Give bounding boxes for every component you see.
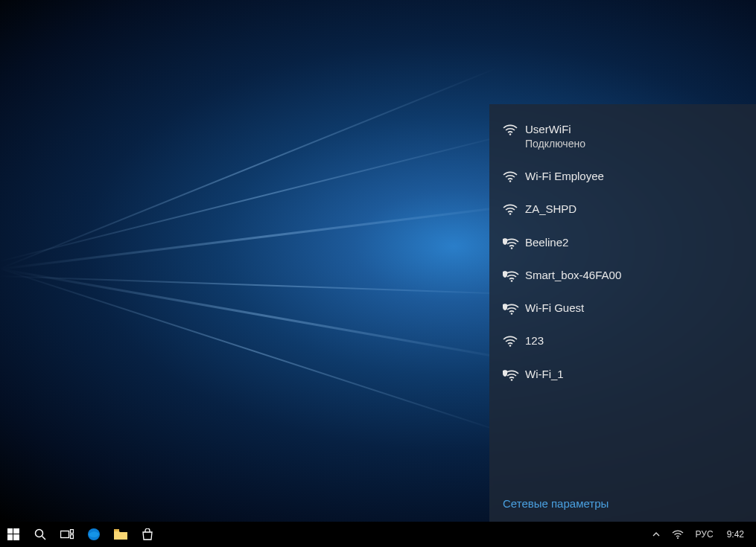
wifi-network-item[interactable]: Wi-Fi Employee	[489, 160, 756, 193]
network-settings-link[interactable]: Сетевые параметры	[489, 487, 756, 522]
svg-rect-18	[114, 529, 119, 531]
wifi-network-item[interactable]: ZA_SHPD	[489, 193, 756, 225]
svg-point-0	[509, 133, 512, 135]
wifi-network-name: 123	[525, 333, 743, 348]
wifi-network-name: UserWiFi	[525, 122, 743, 137]
svg-point-3	[511, 247, 513, 249]
wifi-network-item[interactable]: Wi-Fi Guest	[489, 292, 756, 324]
svg-point-1	[509, 180, 512, 182]
wifi-signal-icon	[503, 124, 525, 135]
wifi-signal-icon	[503, 203, 525, 215]
taskbar: РУС 9:42	[0, 522, 756, 547]
svg-point-6	[509, 345, 512, 348]
wifi-network-item[interactable]: UserWiFi Подключено	[489, 113, 756, 160]
wifi-network-item[interactable]: 123	[489, 324, 756, 357]
svg-line-13	[42, 537, 46, 540]
svg-rect-16	[71, 535, 74, 539]
svg-rect-9	[13, 528, 19, 534]
wifi-network-list: UserWiFi Подключено Wi-Fi Employee ZA_SH…	[489, 104, 756, 487]
wifi-signal-icon	[503, 170, 525, 182]
wifi-signal-icon	[503, 335, 525, 347]
svg-point-4	[511, 280, 513, 282]
store-button[interactable]	[134, 522, 161, 547]
wifi-network-name: Wi-Fi Employee	[525, 169, 743, 184]
svg-rect-15	[71, 530, 74, 534]
svg-point-7	[511, 379, 513, 381]
wifi-panel: UserWiFi Подключено Wi-Fi Employee ZA_SH…	[489, 104, 756, 522]
wifi-secured-icon	[503, 269, 525, 283]
wifi-network-name: Smart_box-46FA00	[525, 268, 743, 283]
wifi-secured-icon	[503, 302, 525, 316]
svg-rect-14	[61, 531, 69, 538]
wifi-network-name: Beeline2	[525, 235, 743, 250]
svg-point-12	[36, 530, 43, 537]
wifi-network-item[interactable]: Smart_box-46FA00	[489, 259, 756, 292]
task-view-button[interactable]	[54, 522, 80, 547]
svg-point-2	[509, 214, 512, 216]
wifi-network-item[interactable]: Wi-Fi_1	[489, 358, 756, 391]
wifi-network-item[interactable]: Beeline2	[489, 226, 756, 259]
tray-wifi-icon[interactable]	[666, 522, 690, 547]
wifi-secured-icon	[503, 368, 525, 382]
svg-rect-11	[13, 534, 19, 540]
tray-clock[interactable]: 9:42	[720, 522, 752, 547]
edge-browser-button[interactable]	[80, 522, 107, 547]
wifi-secured-icon	[503, 237, 525, 250]
tray-language[interactable]: РУС	[690, 522, 720, 547]
wifi-network-name: Wi-Fi_1	[525, 367, 743, 382]
svg-point-19	[677, 537, 679, 538]
wifi-network-status: Подключено	[525, 137, 743, 151]
svg-rect-8	[7, 528, 13, 534]
start-button[interactable]	[0, 522, 27, 547]
search-button[interactable]	[27, 522, 54, 547]
wifi-network-name: ZA_SHPD	[525, 202, 743, 217]
tray-overflow-button[interactable]	[647, 522, 666, 547]
wifi-network-name: Wi-Fi Guest	[525, 301, 743, 316]
file-explorer-button[interactable]	[107, 522, 134, 547]
svg-point-5	[511, 313, 513, 315]
svg-rect-10	[7, 534, 13, 540]
